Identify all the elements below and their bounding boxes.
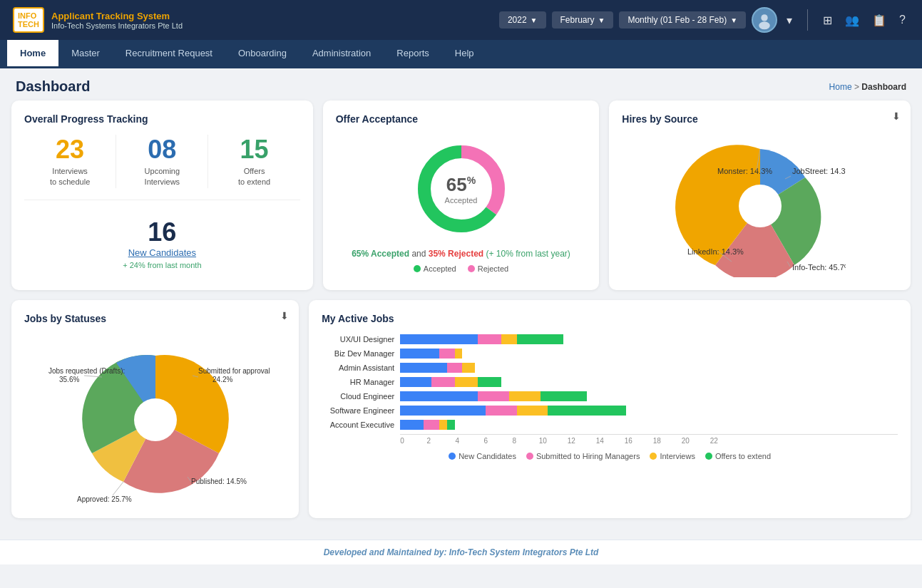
chart-row: HR Manager [322,377,898,387]
donut-label: Accepted [445,196,478,205]
chart-row: UX/UI Designer [322,334,898,344]
chevron-down-icon: ▼ [730,16,737,24]
month-dropdown[interactable]: February ▼ [552,11,614,29]
jobs-pie-chart: Jobs requested (Drafts): 35.6% Submitted… [41,334,270,505]
document-icon[interactable]: 📋 [869,10,890,31]
svg-line-25 [113,482,123,495]
axis-label: 2 [414,437,443,445]
legend-dot [705,453,712,460]
rejected-label: Rejected [478,264,508,273]
breadcrumb-current: Dashboard [861,82,906,92]
bar-offers [548,406,625,416]
row-2: Jobs by Statuses ⬇ [11,300,911,518]
bar-submitted [439,349,455,359]
svg-text:LinkedIn: 14.3%: LinkedIn: 14.3% [687,247,744,256]
offers-num: 15 [208,135,299,165]
donut-percentage: 65% [445,174,478,196]
nav-item-recruitment[interactable]: Recruitment Request [113,40,225,68]
bar-new [400,420,424,430]
breadcrumb-bar: Dashboard Home > Dashboard [0,68,922,100]
bar-new [400,349,439,359]
svg-text:35.6%: 35.6% [59,376,79,383]
nav-item-reports[interactable]: Reports [384,40,442,68]
offers-label: Offersto extend [208,166,299,188]
nav-item-help[interactable]: Help [442,40,487,68]
nav-item-administration[interactable]: Administration [299,40,384,68]
svg-text:Monster: 14.3%: Monster: 14.3% [717,167,772,175]
svg-text:JobStreet: 14.3%: JobStreet: 14.3% [792,167,846,175]
main-content: Overall Progress Tracking 23 Interviewst… [0,100,922,540]
app-name: Applicant Tracking System [51,11,183,21]
upcoming-stat: 08 UpcomingInterviews [116,135,208,188]
download-icon[interactable]: ⬇ [892,110,901,122]
users-icon[interactable]: 👥 [841,10,863,31]
footer-company: Info-Tech System Integrators Pte Ltd [449,547,599,557]
svg-point-1 [761,14,767,21]
accepted-pct: 65% Accepted [352,249,409,259]
donut-center: 65% Accepted [445,174,478,205]
period-dropdown[interactable]: Monthly (01 Feb - 28 Feb) ▼ [619,11,746,29]
svg-point-15 [134,398,177,441]
overall-progress-card: Overall Progress Tracking 23 Interviewst… [11,100,313,290]
bar-new [400,334,478,344]
rejected-dot [468,265,475,272]
svg-text:Published: 14.5%: Published: 14.5% [191,478,247,485]
logo-icon: INFOTECH [13,7,44,33]
overall-progress-title: Overall Progress Tracking [24,113,300,125]
progress-stats: 23 Interviewsto schedule 08 UpcomingInte… [24,135,300,200]
bar-offers [447,420,455,430]
chart-row: Account Executive [322,420,898,430]
chevron-down-icon[interactable]: ▾ [783,10,796,31]
year-dropdown[interactable]: 2022 ▼ [499,11,546,29]
breadcrumb: Home > Dashboard [829,82,906,92]
legend-item: New Candidates [449,452,516,460]
legend-label: Offers to extend [715,452,771,460]
legend-label: Interviews [660,452,695,460]
nav-bar: Home Master Recruitment Request Onboardi… [0,40,922,68]
offers-stat: 15 Offersto extend [208,135,299,188]
nav-item-master[interactable]: Master [58,40,113,68]
legend-dot [650,453,657,460]
bar-interviews [517,406,548,416]
interviews-num: 23 [24,135,116,165]
footer: Developed and Maintained by: Info-Tech S… [0,540,922,564]
interviews-stat: 23 Interviewsto schedule [24,135,116,188]
jobs-download-icon[interactable]: ⬇ [280,310,289,321]
job-label: Admin Assistant [322,363,400,372]
my-active-jobs-card: My Active Jobs UX/UI Designer Biz Dev Ma… [309,300,911,518]
bar-chart-area: UX/UI Designer Biz Dev Manager Admin Ass… [322,334,898,445]
svg-text:Approved: 25.7%: Approved: 25.7% [77,495,132,503]
company-name: Info-Tech Systems Integrators Pte Ltd [51,21,183,30]
hires-by-source-card: Hires by Source ⬇ [609,100,911,290]
help-icon[interactable]: ? [896,10,909,30]
nav-item-onboarding[interactable]: Onboarding [225,40,299,68]
chart-axis: 0246810121416182022 [400,434,898,445]
axis-label: 20 [671,437,700,445]
nav-item-home[interactable]: Home [7,40,58,68]
logo-area: INFOTECH Applicant Tracking System Info-… [13,7,183,33]
legend-item: Submitted to Hiring Managers [526,452,640,460]
bar-interviews [462,363,474,373]
row-1: Overall Progress Tracking 23 Interviewst… [11,100,911,290]
rejected-pct: 35% Rejected [429,249,483,259]
bar-new [400,363,446,373]
bar-submitted [447,363,463,373]
breadcrumb-separator: > [854,82,861,92]
axis-label: 22 [700,437,728,445]
jobs-statuses-title: Jobs by Statuses [24,313,286,324]
donut-container: 65% Accepted 65% Accepted and 35% Reject… [336,135,587,273]
jobs-pie-container: Jobs requested (Drafts): 35.6% Submitted… [24,334,286,505]
hires-pie-container: JobStreet: 14.3% Monster: 14.3% LinkedIn… [622,135,898,277]
new-candidates-link[interactable]: New Candidates [24,247,300,258]
svg-point-6 [739,185,782,227]
job-label: Biz Dev Manager [322,349,400,358]
job-label: UX/UI Designer [322,335,400,344]
interviews-label: Interviewsto schedule [24,166,116,188]
bar-new [400,377,431,387]
chart-row: Cloud Engineer [322,391,898,401]
breadcrumb-home[interactable]: Home [829,82,852,92]
axis-label: 6 [471,437,500,445]
grid-icon[interactable]: ⊞ [819,10,836,31]
avatar[interactable] [752,7,777,33]
candidates-sub: + 24% from last month [24,261,300,269]
